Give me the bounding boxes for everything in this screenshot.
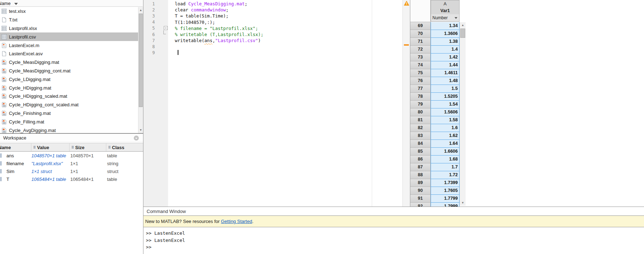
- table-cell-selected[interactable]: 1.4611: [431, 69, 460, 77]
- file-item[interactable]: LastenExcel.asv: [0, 50, 138, 58]
- file-item[interactable]: Cycle_LDigging.mat: [0, 75, 138, 83]
- workspace-column-class[interactable]: ⠿Class: [106, 143, 143, 151]
- row-number-header[interactable]: 86: [410, 156, 431, 163]
- variable-editor-corner-cell[interactable]: [410, 0, 431, 22]
- file-item[interactable]: Cycle_Finishing.mat: [0, 109, 138, 118]
- file-list-name-header[interactable]: Name: [0, 0, 143, 7]
- workspace-variable-row[interactable]: filename"Lastprofil.xlsx"1×1string: [0, 159, 143, 167]
- row-number-header[interactable]: 87: [410, 163, 431, 171]
- row-number-header[interactable]: 70: [410, 30, 431, 38]
- column-name-header[interactable]: Var1: [431, 7, 460, 15]
- row-number-header[interactable]: 90: [410, 187, 431, 195]
- file-item[interactable]: Cycle_MeasDigging_cont.mat: [0, 67, 138, 75]
- file-item[interactable]: Cycle_HDigging_cont_scaled.mat: [0, 101, 138, 109]
- row-number-header[interactable]: 85: [410, 148, 431, 156]
- table-cell-selected[interactable]: 1.58: [431, 116, 460, 124]
- workspace-column-name[interactable]: Name: [0, 143, 31, 151]
- file-item[interactable]: Cycle_HDigging_scaled.mat: [0, 92, 138, 101]
- table-cell-selected[interactable]: 1.7605: [431, 187, 460, 195]
- file-item[interactable]: Lastprofil.xlsx: [0, 24, 138, 33]
- table-cell-selected[interactable]: 1.5: [431, 85, 460, 93]
- table-cell-selected[interactable]: 1.64: [431, 140, 460, 148]
- variable-value[interactable]: "Lastprofil.xlsx": [31, 161, 70, 166]
- editor-line[interactable]: 9: [143, 50, 402, 56]
- workspace-column-size[interactable]: ⠿Size: [70, 143, 106, 151]
- table-cell-selected[interactable]: 1.6: [431, 124, 460, 132]
- table-cell-selected[interactable]: 1.3606: [431, 30, 460, 38]
- table-cell-selected[interactable]: 1.5205: [431, 93, 460, 101]
- table-cell-selected[interactable]: 1.48: [431, 77, 460, 85]
- row-number-header[interactable]: 81: [410, 116, 431, 124]
- variable-value[interactable]: 1×1 struct: [31, 169, 70, 174]
- editor-line[interactable]: 6% writetable (T,Lastprofil.xlsx);: [143, 31, 402, 37]
- file-item[interactable]: T.txt: [0, 16, 138, 24]
- table-cell-selected[interactable]: 1.7999: [431, 203, 460, 207]
- file-item[interactable]: Cycle_HDigging.mat: [0, 83, 138, 92]
- row-number-header[interactable]: 75: [410, 69, 431, 77]
- row-number-header[interactable]: 77: [410, 85, 431, 93]
- code-editor[interactable]: 1load Cycle_MeasDigging.mat;2clear comma…: [143, 0, 402, 207]
- column-type-filter[interactable]: Number: [431, 14, 460, 22]
- workspace-variable-row[interactable]: ans1048570×1 table1048570×1table: [0, 152, 143, 159]
- table-cell-selected[interactable]: 1.68: [431, 156, 460, 163]
- table-cell-selected[interactable]: 1.44: [431, 61, 460, 69]
- row-number-header[interactable]: 76: [410, 77, 431, 85]
- workspace-variable-row[interactable]: Sim1×1 struct1×1struct: [0, 167, 143, 175]
- row-number-header[interactable]: 91: [410, 195, 431, 203]
- variable-editor-scrollbar-thumb[interactable]: [460, 29, 465, 38]
- file-item[interactable]: LastenExcel.m: [0, 41, 138, 50]
- file-list-scrollbar-thumb[interactable]: [139, 14, 143, 107]
- getting-started-link[interactable]: Getting Started: [221, 219, 252, 224]
- row-number-header[interactable]: 78: [410, 93, 431, 101]
- table-cell-selected[interactable]: 1.72: [431, 171, 460, 179]
- file-list-scrollbar[interactable]: ▲ ▼: [138, 7, 143, 133]
- row-number-header[interactable]: 73: [410, 54, 431, 61]
- workspace-column-value[interactable]: ⠿Value: [31, 143, 70, 151]
- row-number-header[interactable]: 71: [410, 38, 431, 46]
- code-fold-collapse-icon[interactable]: [164, 26, 168, 30]
- variable-value[interactable]: 1048570×1 table: [31, 153, 70, 158]
- scroll-up-icon[interactable]: ▲: [139, 8, 143, 12]
- table-cell-selected[interactable]: 1.62: [431, 132, 460, 140]
- table-cell-selected[interactable]: 1.38: [431, 38, 460, 46]
- scroll-down-icon[interactable]: ▼: [460, 200, 465, 205]
- editor-line[interactable]: 1load Cycle_MeasDigging.mat;: [143, 1, 402, 7]
- row-number-header[interactable]: 88: [410, 171, 431, 179]
- editor-line[interactable]: 5% filename = "Lastprofil.xlsx";: [143, 25, 402, 31]
- warning-line-marker[interactable]: [404, 44, 409, 46]
- table-cell-selected[interactable]: 1.54: [431, 101, 460, 108]
- table-cell-selected[interactable]: 1.7799: [431, 195, 460, 203]
- file-item[interactable]: Cycle_AvgDigging.mat: [0, 126, 138, 133]
- warning-icon[interactable]: [404, 1, 409, 6]
- row-number-header[interactable]: 92: [410, 203, 431, 207]
- table-cell-selected[interactable]: 1.6606: [431, 148, 460, 156]
- row-number-header[interactable]: 72: [410, 46, 431, 54]
- row-number-header[interactable]: 80: [410, 108, 431, 116]
- table-cell-selected[interactable]: 1.42: [431, 54, 460, 61]
- table-cell-selected[interactable]: 1.34: [431, 22, 460, 30]
- row-number-header[interactable]: 74: [410, 61, 431, 69]
- editor-line[interactable]: 7writetable(ans,"Lastprofil.csv"): [143, 37, 402, 44]
- editor-line[interactable]: 4T(1:1048570,:);: [143, 19, 402, 25]
- table-cell-selected[interactable]: 1.7: [431, 163, 460, 171]
- row-number-header[interactable]: 89: [410, 179, 431, 187]
- command-window-console[interactable]: >> LastenExcel>> LastenExcel>>: [143, 227, 644, 251]
- row-number-header[interactable]: 69: [410, 22, 431, 30]
- workspace-menu-button[interactable]: [134, 136, 139, 141]
- scroll-up-icon[interactable]: ▲: [460, 23, 465, 27]
- row-number-header[interactable]: 84: [410, 140, 431, 148]
- row-number-header[interactable]: 83: [410, 132, 431, 140]
- column-letter-header[interactable]: A: [431, 0, 460, 7]
- table-cell-selected[interactable]: 1.4: [431, 46, 460, 54]
- editor-line[interactable]: 2clear commandwindow;: [143, 7, 402, 13]
- editor-line[interactable]: 3T = table(Sim.Time);: [143, 13, 402, 19]
- table-cell-selected[interactable]: 1.5606: [431, 108, 460, 116]
- workspace-variable-row[interactable]: T1065484×1 table1065484×1table: [0, 175, 143, 183]
- file-item[interactable]: Cycle_Filling.mat: [0, 117, 138, 126]
- table-cell-selected[interactable]: 1.7399: [431, 179, 460, 187]
- row-number-header[interactable]: 82: [410, 124, 431, 132]
- file-item[interactable]: Lastprofil.csv: [0, 32, 138, 41]
- scroll-down-icon[interactable]: ▼: [139, 128, 143, 132]
- variable-editor-scrollbar[interactable]: ▲ ▼: [460, 22, 466, 206]
- file-item[interactable]: Cycle_MeasDigging.mat: [0, 58, 138, 67]
